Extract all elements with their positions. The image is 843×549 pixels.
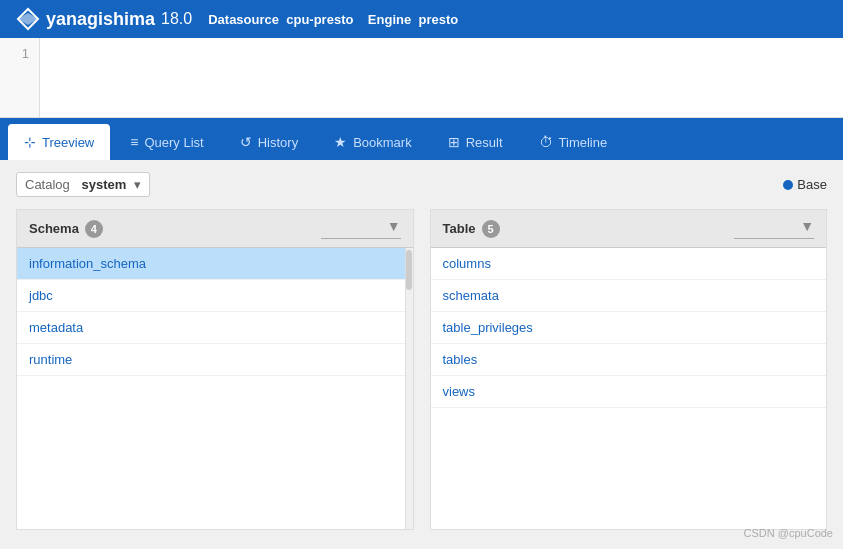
tab-timeline-label: Timeline — [559, 135, 608, 150]
schema-panel-body: information_schema jdbc metadata runtime — [17, 248, 413, 529]
table-filter-icon[interactable]: ▼ — [800, 218, 814, 234]
datasource-label: Datasource — [208, 12, 279, 27]
catalog-value: system — [81, 177, 126, 192]
catalog-select[interactable]: Catalog system ▾ — [16, 172, 150, 197]
table-item-views[interactable]: views — [431, 376, 827, 408]
bookmark-icon: ★ — [334, 134, 347, 150]
table-item-table_privileges[interactable]: table_privileges — [431, 312, 827, 344]
tab-result[interactable]: ⊞ Result — [432, 124, 519, 160]
table-item-columns[interactable]: columns — [431, 248, 827, 280]
datasource-value: cpu-presto — [286, 12, 353, 27]
header: yanagishima 18.0 Datasource cpu-presto E… — [0, 0, 843, 38]
timeline-icon: ⏱ — [539, 134, 553, 150]
tab-bookmark[interactable]: ★ Bookmark — [318, 124, 428, 160]
result-icon: ⊞ — [448, 134, 460, 150]
engine-label: Engine — [368, 12, 411, 27]
app-version: 18.0 — [161, 10, 192, 28]
tab-querylist-label: Query List — [144, 135, 203, 150]
querylist-icon: ≡ — [130, 134, 138, 150]
schema-item-runtime[interactable]: runtime — [17, 344, 405, 376]
table-panel: Table 5 ▼ columns schemata table_privile… — [430, 209, 828, 530]
app-name: yanagishima — [46, 9, 155, 30]
catalog-label: Catalog — [25, 177, 70, 192]
tab-result-label: Result — [466, 135, 503, 150]
schema-panel: Schema 4 ▼ information_schema jdbc metad… — [16, 209, 414, 530]
schema-filter-icon[interactable]: ▼ — [387, 218, 401, 234]
tab-querylist[interactable]: ≡ Query List — [114, 124, 219, 160]
schema-title: Schema — [29, 221, 79, 236]
table-filter-area: ▼ — [734, 218, 814, 239]
base-dot — [783, 180, 793, 190]
tab-timeline[interactable]: ⏱ Timeline — [523, 124, 624, 160]
schema-item-information_schema[interactable]: information_schema — [17, 248, 405, 280]
engine-value: presto — [418, 12, 458, 27]
schema-scrollbar[interactable] — [405, 248, 413, 529]
table-filter-line — [734, 238, 814, 239]
schema-filter-line — [321, 238, 401, 239]
table-panel-header: Table 5 ▼ — [431, 210, 827, 248]
logo-icon — [16, 7, 40, 31]
schema-item-metadata[interactable]: metadata — [17, 312, 405, 344]
datasource-info: Datasource cpu-presto Engine presto — [208, 12, 458, 27]
main-content: Catalog system ▾ Base Schema 4 ▼ — [0, 160, 843, 549]
base-label: Base — [797, 177, 827, 192]
schema-list: information_schema jdbc metadata runtime — [17, 248, 405, 529]
catalog-row: Catalog system ▾ Base — [16, 172, 827, 197]
watermark: CSDN @cpuCode — [744, 527, 833, 539]
table-count: 5 — [482, 220, 500, 238]
table-panel-body: columns schemata table_privileges tables… — [431, 248, 827, 529]
table-title: Table — [443, 221, 476, 236]
tab-bookmark-label: Bookmark — [353, 135, 412, 150]
schema-count: 4 — [85, 220, 103, 238]
tab-history[interactable]: ↺ History — [224, 124, 314, 160]
table-header-left: Table 5 — [443, 220, 500, 238]
treeview-icon: ⊹ — [24, 134, 36, 150]
table-item-schemata[interactable]: schemata — [431, 280, 827, 312]
panels: Schema 4 ▼ information_schema jdbc metad… — [16, 209, 827, 530]
tab-bar: ⊹ Treeview ≡ Query List ↺ History ★ Book… — [0, 118, 843, 160]
schema-scroll-thumb — [406, 250, 412, 290]
line-number-1: 1 — [22, 46, 29, 61]
base-indicator: Base — [783, 177, 827, 192]
history-icon: ↺ — [240, 134, 252, 150]
tab-treeview-label: Treeview — [42, 135, 94, 150]
table-item-tables[interactable]: tables — [431, 344, 827, 376]
line-numbers: 1 — [0, 38, 40, 117]
editor-area: 1 — [0, 38, 843, 118]
schema-filter-area: ▼ — [321, 218, 401, 239]
schema-header-left: Schema 4 — [29, 220, 103, 238]
logo: yanagishima 18.0 — [16, 7, 192, 31]
schema-item-jdbc[interactable]: jdbc — [17, 280, 405, 312]
table-list: columns schemata table_privileges tables… — [431, 248, 827, 529]
tab-treeview[interactable]: ⊹ Treeview — [8, 124, 110, 160]
schema-panel-header: Schema 4 ▼ — [17, 210, 413, 248]
catalog-dropdown-icon: ▾ — [134, 177, 141, 192]
tab-history-label: History — [258, 135, 298, 150]
editor-content[interactable] — [40, 38, 843, 117]
